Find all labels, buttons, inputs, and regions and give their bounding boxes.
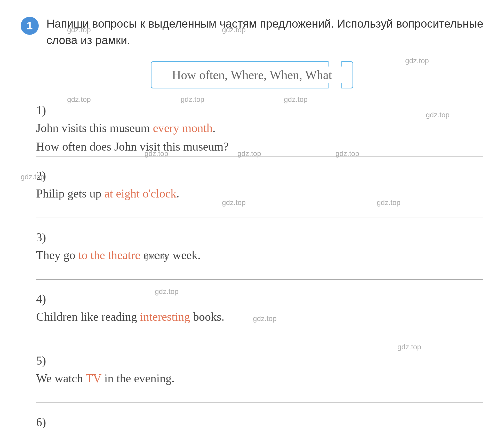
answer-line-2 xyxy=(36,204,483,218)
sentence-block-6: 6) Jane often reads books in the library… xyxy=(36,413,483,428)
sentence-content-2: Philip gets up at eight o'clock. xyxy=(36,185,463,202)
sentence-4: 4) Children like reading interesting boo… xyxy=(36,290,483,326)
sentence-number-6: 6) xyxy=(36,413,54,428)
sentence-block-4: 4) Children like reading interesting boo… xyxy=(36,290,483,341)
sentence-block-3: 3) They go to the theatre every week. xyxy=(36,228,483,280)
sentence-content-1: John visits this museum every month. xyxy=(36,119,463,137)
sentence-content-4: Children like reading interesting books. xyxy=(36,308,463,326)
sentence-block-2: 2) Philip gets up at eight o'clock. xyxy=(36,167,483,218)
sentence-number-5: 5) xyxy=(36,352,54,369)
answer-line-3 xyxy=(36,266,483,280)
highlight-1: every month xyxy=(153,121,212,135)
sentence-block-1: 1) John visits this museum every month. … xyxy=(36,101,483,157)
sentence-block-5: 5) We watch TV in the evening. xyxy=(36,352,483,403)
word-box-content: How often, Where, When, What xyxy=(172,68,332,82)
answer-line-4 xyxy=(36,327,483,341)
answer-text-1: How often does John visit this museum? xyxy=(36,140,229,153)
answer-line-1: How often does John visit this museum? xyxy=(36,138,483,157)
sentence-2: 2) Philip gets up at eight o'clock. xyxy=(36,167,483,202)
task-instruction: Напиши вопросы к выделенным частям предл… xyxy=(46,15,483,48)
word-box: How often, Where, When, What xyxy=(151,61,354,88)
page: gdz.top gdz.top gdz.top gdz.top gdz.top … xyxy=(0,0,504,428)
sentence-number-1: 1) xyxy=(36,101,54,119)
sentence-number-2: 2) xyxy=(36,167,54,185)
highlight-4: interesting xyxy=(140,310,190,323)
sentence-1: 1) John visits this museum every month. xyxy=(36,101,483,137)
sentence-content-5: We watch TV in the evening. xyxy=(36,369,463,387)
sentence-number-3: 3) xyxy=(36,228,54,246)
sentence-5: 5) We watch TV in the evening. xyxy=(36,352,483,387)
sentence-content-3: They go to the theatre every week. xyxy=(36,246,463,264)
task-header: 1 Напиши вопросы к выделенным частям пре… xyxy=(21,15,483,48)
highlight-2: at eight o'clock xyxy=(105,187,177,200)
sentence-6: 6) Jane often reads books in the library… xyxy=(36,413,483,428)
task-number: 1 xyxy=(21,17,39,35)
sentence-number-4: 4) xyxy=(36,290,54,308)
sentences-section: 1) John visits this museum every month. … xyxy=(36,101,483,428)
sentence-3: 3) They go to the theatre every week. xyxy=(36,228,483,264)
highlight-3: to the theatre xyxy=(78,249,140,262)
word-box-container: How often, Where, When, What xyxy=(21,61,483,88)
answer-line-5 xyxy=(36,389,483,403)
highlight-5: TV xyxy=(86,372,101,385)
